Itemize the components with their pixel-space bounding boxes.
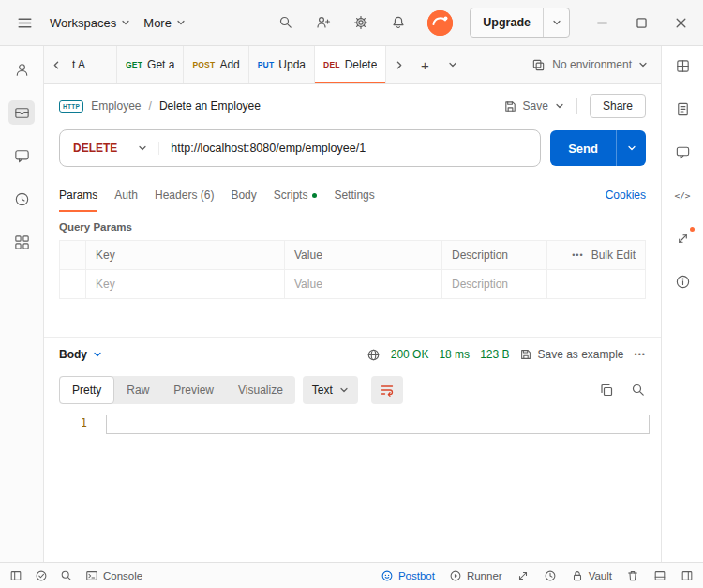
vault-button[interactable]: Vault [571, 569, 612, 582]
person-icon [13, 61, 31, 79]
format-dropdown[interactable]: Text [303, 376, 358, 404]
main-menu-button[interactable] [12, 10, 37, 35]
search-icon[interactable] [631, 383, 646, 398]
tab-params[interactable]: Params [59, 178, 97, 212]
find-button[interactable] [60, 569, 73, 582]
expand-panel-button[interactable] [516, 569, 530, 582]
save-button[interactable]: Save [503, 99, 548, 113]
copy-icon[interactable] [599, 383, 614, 398]
notifications-button[interactable] [386, 10, 411, 35]
trash-button[interactable] [626, 569, 639, 582]
info-button[interactable] [669, 269, 696, 294]
tab-options-button[interactable] [439, 46, 467, 83]
console-button[interactable]: Console [85, 569, 142, 582]
send-options-button[interactable] [616, 130, 646, 166]
workspaces-menu[interactable]: Workspaces [50, 16, 130, 30]
sidebar-item-collections[interactable] [8, 100, 35, 125]
breadcrumb-request-name[interactable]: Delete an Employee [159, 99, 261, 113]
response-editor[interactable]: 1 [44, 409, 661, 562]
bulk-edit-button[interactable]: Bulk Edit [591, 249, 636, 262]
person-plus-icon [316, 15, 331, 30]
more-menu[interactable]: More [143, 16, 186, 30]
share-button[interactable]: Share [590, 94, 646, 118]
tab-scripts[interactable]: Scripts [274, 178, 318, 212]
description-cell[interactable]: Description [442, 270, 547, 299]
code-snippet-button[interactable]: </> [669, 183, 696, 207]
recent-activity-button[interactable] [544, 569, 557, 582]
key-cell[interactable]: Key [86, 270, 285, 299]
search-button[interactable] [274, 10, 298, 35]
sidebar-item-apps[interactable] [8, 230, 35, 254]
code-area[interactable] [87, 415, 650, 562]
tab-settings[interactable]: Settings [334, 178, 374, 212]
tab-headers[interactable]: Headers (6) [155, 178, 214, 212]
response-body-dropdown[interactable]: Body [59, 348, 102, 361]
close-icon[interactable] [675, 17, 687, 29]
tab-label: Upda [278, 58, 306, 71]
runner-button[interactable]: Runner [449, 569, 502, 582]
request-tab[interactable]: PUT Upda [249, 46, 315, 83]
response-options-icon[interactable]: ••• [635, 350, 646, 359]
clock-icon [13, 190, 31, 208]
method-selector[interactable]: DELETE [60, 142, 158, 155]
table-header-row: Key Value Description ••• Bulk Edit [60, 241, 646, 270]
response-time[interactable]: 18 ms [439, 348, 470, 361]
request-options-tabs: Params Auth Headers (6) Body Scripts Set… [44, 178, 661, 212]
request-tab[interactable]: POST Add [184, 46, 248, 83]
view-pretty[interactable]: Pretty [59, 376, 114, 404]
settings-button[interactable] [349, 10, 373, 35]
http-badge: HTTP [59, 100, 83, 113]
tab-body[interactable]: Body [231, 178, 256, 212]
cookies-link[interactable]: Cookies [606, 178, 646, 212]
sidebar-item-mock[interactable] [8, 143, 35, 168]
hamburger-icon [17, 15, 33, 31]
column-options-icon[interactable]: ••• [572, 250, 583, 260]
save-as-example-button[interactable]: Save as example [519, 348, 623, 361]
sidebar-item-history[interactable] [8, 187, 35, 211]
globe-icon[interactable] [366, 348, 381, 362]
layout-split-button[interactable] [681, 569, 694, 582]
chevron-down-icon [552, 18, 561, 27]
response-size[interactable]: 123 B [480, 348, 509, 361]
layout-single-button[interactable] [653, 569, 666, 582]
postman-logo[interactable] [427, 10, 453, 36]
bell-icon [391, 15, 406, 30]
sidebar-toggle-button[interactable] [9, 569, 22, 582]
tabs-scroll-left-button[interactable] [44, 46, 68, 83]
request-tab-active[interactable]: DEL Delete [315, 46, 386, 83]
breadcrumb-collection[interactable]: Employee [91, 99, 141, 113]
related-requests-button[interactable] [669, 226, 696, 250]
comments-button[interactable] [669, 140, 696, 164]
tabs-scroll-right-button[interactable] [386, 46, 411, 83]
upgrade-caret-button[interactable] [544, 8, 569, 37]
upgrade-split-button: Upgrade [470, 8, 570, 38]
status-check-button[interactable] [35, 569, 48, 582]
environment-selector[interactable]: No environment [518, 46, 661, 83]
upgrade-button[interactable]: Upgrade [471, 8, 544, 37]
sidebar-item-user[interactable] [8, 57, 35, 82]
response-toolbar: Pretty Raw Preview Visualize Text [44, 371, 661, 409]
tab-auth[interactable]: Auth [114, 178, 138, 212]
capture-requests-button[interactable] [669, 53, 696, 78]
maximize-icon[interactable] [636, 17, 648, 29]
empty-response-line[interactable] [106, 415, 650, 434]
url-input[interactable]: http://localhost:8080/emp/employee/1 [158, 142, 540, 155]
view-preview[interactable]: Preview [161, 376, 226, 404]
new-tab-button[interactable]: + [411, 46, 439, 83]
value-cell[interactable]: Value [285, 270, 442, 299]
send-button[interactable]: Send [550, 130, 616, 166]
postbot-button[interactable]: Postbot [381, 569, 435, 582]
save-options-chevron-icon[interactable] [555, 101, 564, 111]
request-tab[interactable]: t A [68, 46, 117, 83]
minimize-icon[interactable] [596, 17, 608, 29]
view-visualize[interactable]: Visualize [226, 376, 295, 404]
status-badge[interactable]: 200 OK [391, 348, 429, 361]
comment-icon [675, 144, 691, 160]
invite-button[interactable] [311, 10, 336, 35]
documentation-button[interactable] [669, 97, 696, 121]
request-tab[interactable]: GET Get a [117, 46, 184, 83]
body-row: t A GET Get a POST Add PUT Upda DEL Dele… [0, 46, 703, 562]
view-raw[interactable]: Raw [114, 376, 161, 404]
postman-window: Workspaces More Upgrade [0, 0, 703, 588]
wrap-lines-button[interactable] [371, 376, 403, 404]
